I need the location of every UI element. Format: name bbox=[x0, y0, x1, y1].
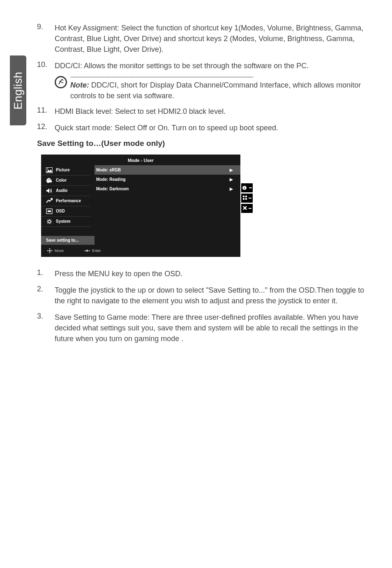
footer-move-label: Move bbox=[55, 249, 64, 253]
svg-point-8 bbox=[49, 249, 51, 252]
nav-label: OSD bbox=[56, 209, 65, 213]
nav-label: Color bbox=[56, 178, 67, 182]
list-item-11: 11. HDMI Black level: Select to set HDMI… bbox=[37, 106, 369, 117]
osd-screenshot: Mode - User Picture Color Audio bbox=[41, 155, 369, 257]
step-3: 3. Save Setting to Game mode: There are … bbox=[37, 312, 369, 344]
nav-label: Picture bbox=[56, 168, 70, 172]
mode-darkroom-row[interactable]: Mode: Darkroom ▶ bbox=[95, 184, 240, 194]
mode-label: Mode: Darkroom bbox=[96, 187, 129, 191]
nav-color[interactable]: Color bbox=[41, 175, 90, 186]
note-block: ----------------------------------------… bbox=[55, 74, 369, 101]
chevron-right-icon: ▶ bbox=[230, 187, 233, 191]
chevron-right-icon: ▶ bbox=[230, 177, 233, 182]
item-text: DDC/CI: Allows the monitor settings to b… bbox=[55, 60, 309, 71]
svg-rect-14 bbox=[243, 198, 244, 200]
nav-osd[interactable]: OSD bbox=[41, 206, 90, 217]
list-item-10: 10. DDC/CI: Allows the monitor settings … bbox=[37, 60, 369, 71]
step-1: 1. Press the MENU key to open the OSD. bbox=[37, 268, 369, 279]
svg-point-9 bbox=[86, 249, 88, 252]
step-text: Press the MENU key to open the OSD. bbox=[55, 268, 182, 279]
note-content: DDC/CI, short for Display Data Channel/C… bbox=[70, 81, 361, 99]
note-icon bbox=[55, 76, 67, 88]
nav-label: Save setting to... bbox=[46, 238, 78, 242]
item-number: 12. bbox=[37, 122, 55, 133]
item-number: 11. bbox=[37, 106, 55, 117]
grid-button[interactable] bbox=[241, 194, 253, 203]
audio-icon bbox=[46, 188, 53, 194]
svg-rect-15 bbox=[245, 198, 247, 200]
footer-enter: Enter bbox=[84, 248, 101, 254]
info-button[interactable]: i bbox=[241, 183, 253, 192]
item-text: Quick start mode: Select Off or On. Turn… bbox=[55, 122, 278, 133]
svg-rect-12 bbox=[243, 196, 244, 197]
item-text: Hot Key Assigment: Select the function o… bbox=[55, 23, 369, 55]
language-tab: English bbox=[10, 55, 26, 125]
nav-label: Performance bbox=[56, 199, 81, 203]
mode-label: Mode: Reading bbox=[96, 177, 126, 182]
step-number: 3. bbox=[37, 312, 55, 344]
color-icon bbox=[46, 178, 53, 183]
step-text: Toggle the joystick to the up or down to… bbox=[55, 285, 369, 306]
section-heading: Save Setting to…(User mode only) bbox=[37, 139, 369, 148]
mode-srgb-row[interactable]: Mode: sRGB ▶ bbox=[95, 165, 240, 175]
info-icon: i bbox=[242, 185, 248, 191]
nav-audio[interactable]: Audio bbox=[41, 186, 90, 196]
mode-label: Mode: sRGB bbox=[96, 168, 121, 172]
item-text: HDMI Black level: Select to set HDMI2.0 … bbox=[55, 106, 226, 117]
list-item-9: 9. Hot Key Assigment: Select the functio… bbox=[37, 23, 369, 55]
step-text: Save Setting to Game mode: There are thr… bbox=[55, 312, 369, 344]
nav-label: System bbox=[56, 219, 71, 224]
svg-point-2 bbox=[48, 180, 48, 180]
nav-picture[interactable]: Picture bbox=[41, 165, 90, 175]
osd-title: Mode - User bbox=[41, 155, 240, 165]
nav-label: Audio bbox=[56, 188, 67, 193]
mode-reading-row[interactable]: Mode: Reading ▶ bbox=[95, 175, 240, 184]
footer-move: Move bbox=[47, 248, 64, 254]
joystick-move-icon bbox=[47, 248, 53, 254]
performance-icon bbox=[46, 198, 53, 204]
step-number: 1. bbox=[37, 268, 55, 279]
svg-point-1 bbox=[47, 169, 48, 170]
svg-rect-6 bbox=[48, 210, 51, 212]
note-label: Note: bbox=[70, 81, 89, 89]
close-button[interactable] bbox=[241, 204, 253, 213]
svg-rect-13 bbox=[245, 196, 247, 197]
chevron-right-icon: ▶ bbox=[230, 168, 233, 172]
note-dashes: ----------------------------------------… bbox=[70, 74, 369, 80]
language-label: English bbox=[12, 72, 25, 109]
osd-icon bbox=[46, 208, 53, 214]
item-number: 9. bbox=[37, 23, 55, 55]
step-number: 2. bbox=[37, 285, 55, 306]
nav-system[interactable]: System bbox=[41, 217, 90, 227]
item-number: 10. bbox=[37, 60, 55, 71]
note-text: Note: DDC/CI, short for Display Data Cha… bbox=[70, 80, 369, 101]
close-icon bbox=[243, 206, 248, 211]
svg-point-4 bbox=[50, 180, 51, 180]
nav-performance[interactable]: Performance bbox=[41, 196, 90, 206]
system-icon bbox=[46, 219, 53, 224]
svg-text:i: i bbox=[244, 186, 245, 190]
nav-save-setting[interactable]: Save setting to... bbox=[41, 236, 95, 245]
svg-point-7 bbox=[48, 220, 51, 223]
step-2: 2. Toggle the joystick to the up or down… bbox=[37, 285, 369, 306]
picture-icon bbox=[46, 167, 53, 173]
grid-icon bbox=[243, 196, 248, 201]
footer-enter-label: Enter bbox=[92, 249, 101, 253]
svg-point-3 bbox=[49, 179, 50, 180]
joystick-enter-icon bbox=[84, 248, 90, 254]
list-item-12: 12. Quick start mode: Select Off or On. … bbox=[37, 122, 369, 133]
